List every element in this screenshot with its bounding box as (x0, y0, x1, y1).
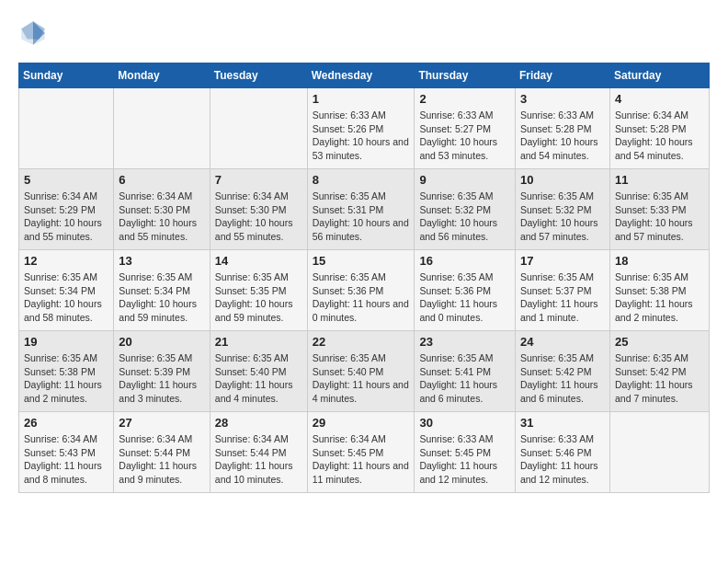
calendar-cell: 1Sunrise: 6:33 AM Sunset: 5:26 PM Daylig… (307, 88, 415, 169)
calendar-cell: 20Sunrise: 6:35 AM Sunset: 5:39 PM Dayli… (114, 331, 210, 412)
day-number: 7 (215, 173, 302, 187)
day-number: 25 (615, 335, 704, 349)
day-number: 16 (419, 254, 510, 268)
day-number: 13 (119, 254, 204, 268)
day-number: 11 (615, 173, 704, 187)
day-info: Sunrise: 6:35 AM Sunset: 5:31 PM Dayligh… (313, 190, 410, 244)
day-info: Sunrise: 6:35 AM Sunset: 5:39 PM Dayligh… (119, 351, 204, 406)
day-number: 23 (419, 335, 510, 349)
calendar-cell: 16Sunrise: 6:35 AM Sunset: 5:36 PM Dayli… (415, 250, 516, 331)
day-number: 14 (215, 254, 302, 268)
day-number: 26 (24, 416, 108, 430)
day-info: Sunrise: 6:35 AM Sunset: 5:34 PM Dayligh… (24, 270, 108, 325)
calendar-cell: 15Sunrise: 6:35 AM Sunset: 5:36 PM Dayli… (307, 250, 415, 331)
day-info: Sunrise: 6:34 AM Sunset: 5:28 PM Dayligh… (615, 109, 704, 163)
calendar-cell: 24Sunrise: 6:35 AM Sunset: 5:42 PM Dayli… (515, 331, 609, 412)
header-friday: Friday (515, 63, 609, 88)
day-info: Sunrise: 6:34 AM Sunset: 5:30 PM Dayligh… (119, 190, 204, 244)
week-row-4: 19Sunrise: 6:35 AM Sunset: 5:38 PM Dayli… (19, 331, 710, 412)
week-row-5: 26Sunrise: 6:34 AM Sunset: 5:43 PM Dayli… (19, 412, 710, 493)
day-number: 12 (24, 254, 108, 268)
day-info: Sunrise: 6:35 AM Sunset: 5:40 PM Dayligh… (215, 351, 302, 406)
calendar-cell: 25Sunrise: 6:35 AM Sunset: 5:42 PM Dayli… (609, 331, 709, 412)
day-info: Sunrise: 6:35 AM Sunset: 5:38 PM Dayligh… (615, 270, 704, 325)
day-number: 5 (24, 173, 108, 187)
day-info: Sunrise: 6:33 AM Sunset: 5:26 PM Dayligh… (313, 109, 410, 163)
day-info: Sunrise: 6:35 AM Sunset: 5:32 PM Dayligh… (419, 190, 510, 244)
calendar-cell: 28Sunrise: 6:34 AM Sunset: 5:44 PM Dayli… (210, 412, 307, 493)
logo-icon (18, 18, 48, 48)
calendar-cell (114, 88, 210, 169)
calendar-header-row: SundayMondayTuesdayWednesdayThursdayFrid… (19, 63, 710, 88)
header-sunday: Sunday (19, 63, 114, 88)
calendar-cell: 22Sunrise: 6:35 AM Sunset: 5:40 PM Dayli… (307, 331, 415, 412)
calendar-cell: 19Sunrise: 6:35 AM Sunset: 5:38 PM Dayli… (19, 331, 114, 412)
day-number: 8 (313, 173, 410, 187)
week-row-1: 1Sunrise: 6:33 AM Sunset: 5:26 PM Daylig… (19, 88, 710, 169)
day-info: Sunrise: 6:34 AM Sunset: 5:30 PM Dayligh… (215, 190, 302, 244)
calendar-cell: 10Sunrise: 6:35 AM Sunset: 5:32 PM Dayli… (515, 169, 609, 250)
day-number: 15 (313, 254, 410, 268)
day-info: Sunrise: 6:33 AM Sunset: 5:27 PM Dayligh… (419, 109, 510, 163)
day-number: 24 (520, 335, 605, 349)
calendar-cell: 29Sunrise: 6:34 AM Sunset: 5:45 PM Dayli… (307, 412, 415, 493)
day-info: Sunrise: 6:35 AM Sunset: 5:36 PM Dayligh… (313, 270, 410, 325)
day-info: Sunrise: 6:33 AM Sunset: 5:28 PM Dayligh… (520, 109, 605, 163)
calendar-cell: 9Sunrise: 6:35 AM Sunset: 5:32 PM Daylig… (415, 169, 516, 250)
calendar-cell: 21Sunrise: 6:35 AM Sunset: 5:40 PM Dayli… (210, 331, 307, 412)
day-number: 6 (119, 173, 204, 187)
calendar-cell: 30Sunrise: 6:33 AM Sunset: 5:45 PM Dayli… (415, 412, 516, 493)
day-info: Sunrise: 6:35 AM Sunset: 5:38 PM Dayligh… (24, 351, 108, 406)
calendar-cell (609, 412, 709, 493)
calendar-cell: 2Sunrise: 6:33 AM Sunset: 5:27 PM Daylig… (415, 88, 516, 169)
day-info: Sunrise: 6:35 AM Sunset: 5:40 PM Dayligh… (313, 351, 410, 406)
day-info: Sunrise: 6:33 AM Sunset: 5:46 PM Dayligh… (520, 432, 605, 487)
day-info: Sunrise: 6:35 AM Sunset: 5:33 PM Dayligh… (615, 190, 704, 244)
header-saturday: Saturday (609, 63, 709, 88)
calendar-cell: 5Sunrise: 6:34 AM Sunset: 5:29 PM Daylig… (19, 169, 114, 250)
day-info: Sunrise: 6:35 AM Sunset: 5:41 PM Dayligh… (419, 351, 510, 406)
day-number: 17 (520, 254, 605, 268)
day-number: 20 (119, 335, 204, 349)
week-row-2: 5Sunrise: 6:34 AM Sunset: 5:29 PM Daylig… (19, 169, 710, 250)
calendar-cell: 11Sunrise: 6:35 AM Sunset: 5:33 PM Dayli… (609, 169, 709, 250)
day-number: 9 (419, 173, 510, 187)
day-info: Sunrise: 6:34 AM Sunset: 5:44 PM Dayligh… (215, 432, 302, 487)
day-info: Sunrise: 6:35 AM Sunset: 5:37 PM Dayligh… (520, 270, 605, 325)
day-info: Sunrise: 6:35 AM Sunset: 5:35 PM Dayligh… (215, 270, 302, 325)
calendar-cell: 3Sunrise: 6:33 AM Sunset: 5:28 PM Daylig… (515, 88, 609, 169)
day-info: Sunrise: 6:33 AM Sunset: 5:45 PM Dayligh… (419, 432, 510, 487)
page-header (18, 18, 710, 48)
day-number: 27 (119, 416, 204, 430)
logo (18, 18, 53, 48)
day-number: 4 (615, 92, 704, 106)
calendar-cell: 8Sunrise: 6:35 AM Sunset: 5:31 PM Daylig… (307, 169, 415, 250)
calendar-cell: 14Sunrise: 6:35 AM Sunset: 5:35 PM Dayli… (210, 250, 307, 331)
day-info: Sunrise: 6:35 AM Sunset: 5:42 PM Dayligh… (615, 351, 704, 406)
day-info: Sunrise: 6:34 AM Sunset: 5:43 PM Dayligh… (24, 432, 108, 487)
day-info: Sunrise: 6:35 AM Sunset: 5:42 PM Dayligh… (520, 351, 605, 406)
day-number: 18 (615, 254, 704, 268)
day-number: 1 (313, 92, 410, 106)
day-number: 2 (419, 92, 510, 106)
calendar-cell (210, 88, 307, 169)
calendar-cell: 27Sunrise: 6:34 AM Sunset: 5:44 PM Dayli… (114, 412, 210, 493)
calendar-cell: 17Sunrise: 6:35 AM Sunset: 5:37 PM Dayli… (515, 250, 609, 331)
calendar-cell: 26Sunrise: 6:34 AM Sunset: 5:43 PM Dayli… (19, 412, 114, 493)
day-info: Sunrise: 6:35 AM Sunset: 5:32 PM Dayligh… (520, 190, 605, 244)
day-info: Sunrise: 6:35 AM Sunset: 5:36 PM Dayligh… (419, 270, 510, 325)
day-info: Sunrise: 6:34 AM Sunset: 5:44 PM Dayligh… (119, 432, 204, 487)
week-row-3: 12Sunrise: 6:35 AM Sunset: 5:34 PM Dayli… (19, 250, 710, 331)
calendar-cell (19, 88, 114, 169)
day-number: 3 (520, 92, 605, 106)
day-info: Sunrise: 6:35 AM Sunset: 5:34 PM Dayligh… (119, 270, 204, 325)
day-number: 22 (313, 335, 410, 349)
calendar-cell: 4Sunrise: 6:34 AM Sunset: 5:28 PM Daylig… (609, 88, 709, 169)
calendar-cell: 23Sunrise: 6:35 AM Sunset: 5:41 PM Dayli… (415, 331, 516, 412)
calendar-cell: 6Sunrise: 6:34 AM Sunset: 5:30 PM Daylig… (114, 169, 210, 250)
calendar-cell: 12Sunrise: 6:35 AM Sunset: 5:34 PM Dayli… (19, 250, 114, 331)
header-wednesday: Wednesday (307, 63, 415, 88)
header-thursday: Thursday (415, 63, 516, 88)
calendar-cell: 31Sunrise: 6:33 AM Sunset: 5:46 PM Dayli… (515, 412, 609, 493)
calendar-cell: 18Sunrise: 6:35 AM Sunset: 5:38 PM Dayli… (609, 250, 709, 331)
